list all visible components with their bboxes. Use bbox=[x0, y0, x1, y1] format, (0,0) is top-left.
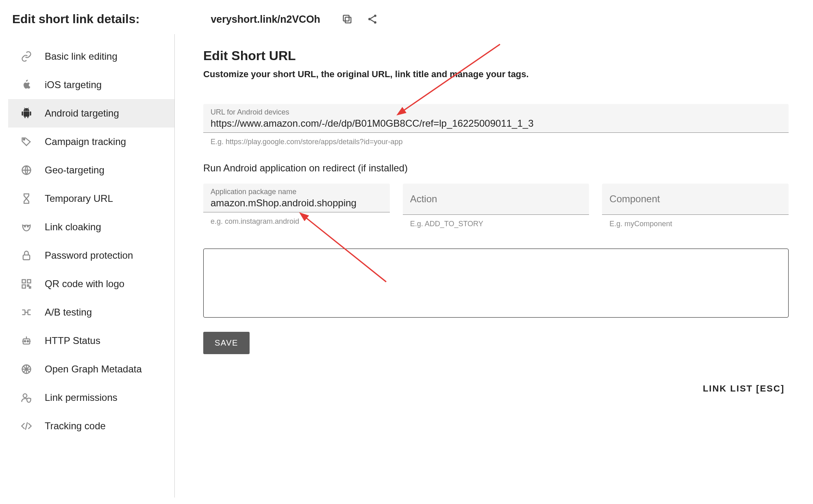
tag-icon bbox=[20, 136, 33, 148]
sidebar-item-label: Link permissions bbox=[45, 392, 117, 403]
sidebar-item-label: Tracking code bbox=[45, 420, 106, 432]
svg-rect-0 bbox=[345, 17, 351, 23]
sidebar-item-label: QR code with logo bbox=[45, 278, 124, 290]
web-icon bbox=[20, 363, 33, 375]
svg-point-15 bbox=[27, 340, 29, 342]
android-url-hint: E.g. https://play.google.com/store/apps/… bbox=[211, 138, 789, 146]
main-heading: Edit Short URL bbox=[203, 48, 789, 63]
extra-textarea[interactable] bbox=[203, 249, 789, 318]
sidebar-item-label: Temporary URL bbox=[45, 193, 113, 204]
header: Edit short link details: veryshort.link/… bbox=[0, 0, 813, 34]
android-url-field[interactable]: URL for Android devices bbox=[203, 104, 789, 133]
sidebar-item-ab[interactable]: A/B testing bbox=[8, 298, 174, 327]
android-url-label: URL for Android devices bbox=[211, 108, 781, 117]
svg-point-14 bbox=[24, 340, 26, 342]
mask-icon bbox=[20, 221, 33, 233]
action-hint: E.g. ADD_TO_STORY bbox=[410, 220, 589, 228]
sidebar-item-temporary[interactable]: Temporary URL bbox=[8, 184, 174, 213]
svg-rect-11 bbox=[27, 280, 30, 283]
sidebar-item-label: Link cloaking bbox=[45, 221, 101, 233]
svg-rect-10 bbox=[22, 280, 26, 283]
action-input[interactable] bbox=[410, 193, 582, 205]
android-url-input[interactable] bbox=[211, 118, 781, 129]
code-icon bbox=[20, 420, 33, 432]
share-icon[interactable] bbox=[366, 13, 379, 26]
link-icon bbox=[20, 50, 33, 63]
sidebar-item-label: Geo-targeting bbox=[45, 164, 104, 176]
globe-icon bbox=[20, 164, 33, 176]
sidebar-item-label: iOS targeting bbox=[45, 79, 102, 91]
sidebar-item-campaign[interactable]: Campaign tracking bbox=[8, 128, 174, 156]
short-link-display: veryshort.link/n2VCOh bbox=[211, 13, 320, 25]
split-icon bbox=[20, 306, 33, 318]
header-actions bbox=[341, 13, 379, 26]
sidebar-item-geo[interactable]: Geo-targeting bbox=[8, 156, 174, 184]
sidebar-item-basic[interactable]: Basic link editing bbox=[8, 42, 174, 71]
main-subtitle: Customize your short URL, the original U… bbox=[203, 69, 789, 80]
svg-rect-1 bbox=[343, 15, 349, 21]
qr-icon bbox=[20, 278, 33, 290]
link-list-button[interactable]: LINK LIST [ESC] bbox=[703, 383, 785, 394]
save-button[interactable]: SAVE bbox=[203, 332, 250, 354]
sidebar: Basic link editing iOS targeting Android… bbox=[8, 34, 175, 498]
run-app-heading: Run Android application on redirect (if … bbox=[203, 162, 789, 174]
svg-point-7 bbox=[24, 226, 25, 227]
sidebar-item-ios[interactable]: iOS targeting bbox=[8, 71, 174, 99]
sidebar-item-qr[interactable]: QR code with logo bbox=[8, 270, 174, 298]
sidebar-item-http[interactable]: HTTP Status bbox=[8, 327, 174, 355]
svg-point-8 bbox=[27, 226, 28, 227]
apple-icon bbox=[20, 79, 33, 91]
sidebar-item-cloaking[interactable]: Link cloaking bbox=[8, 213, 174, 241]
package-hint: e.g. com.instagram.android bbox=[211, 217, 390, 226]
sidebar-item-label: Basic link editing bbox=[45, 51, 117, 62]
sidebar-item-label: Campaign tracking bbox=[45, 136, 126, 147]
package-label: Application package name bbox=[211, 188, 383, 196]
svg-rect-9 bbox=[23, 255, 30, 260]
sidebar-item-android[interactable]: Android targeting bbox=[8, 99, 174, 128]
component-field[interactable] bbox=[602, 184, 789, 215]
sidebar-item-label: Password protection bbox=[45, 250, 133, 261]
sidebar-item-label: Android targeting bbox=[45, 108, 119, 119]
sidebar-item-label: HTTP Status bbox=[45, 335, 100, 346]
svg-point-5 bbox=[23, 138, 25, 140]
svg-point-17 bbox=[23, 394, 27, 398]
user-shield-icon bbox=[20, 392, 33, 404]
component-input[interactable] bbox=[609, 193, 781, 205]
page-title: Edit short link details: bbox=[12, 12, 139, 26]
android-icon bbox=[20, 107, 33, 119]
lock-icon bbox=[20, 249, 33, 262]
main-content: Edit Short URL Customize your short URL,… bbox=[175, 34, 813, 498]
sidebar-item-label: A/B testing bbox=[45, 307, 92, 318]
robot-icon bbox=[20, 335, 33, 347]
package-input[interactable] bbox=[211, 197, 383, 209]
hourglass-icon bbox=[20, 193, 33, 205]
sidebar-item-label: Open Graph Metadata bbox=[45, 363, 142, 375]
package-field[interactable]: Application package name bbox=[203, 184, 390, 212]
sidebar-item-permissions[interactable]: Link permissions bbox=[8, 383, 174, 412]
sidebar-item-password[interactable]: Password protection bbox=[8, 241, 174, 270]
sidebar-item-tracking-code[interactable]: Tracking code bbox=[8, 412, 174, 440]
copy-icon[interactable] bbox=[341, 13, 354, 26]
svg-rect-12 bbox=[22, 285, 26, 288]
action-field[interactable] bbox=[403, 184, 589, 215]
sidebar-item-og[interactable]: Open Graph Metadata bbox=[8, 355, 174, 383]
component-hint: E.g. myComponent bbox=[609, 220, 789, 228]
